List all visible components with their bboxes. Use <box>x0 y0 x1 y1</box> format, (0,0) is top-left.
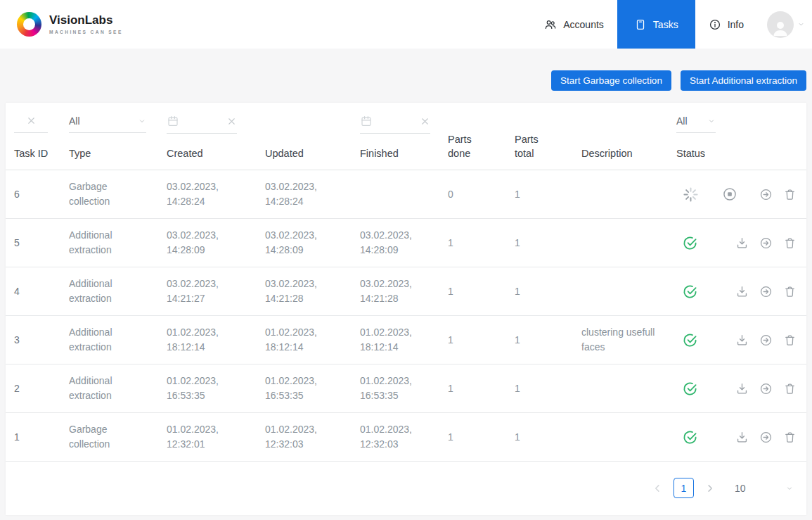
avatar <box>767 11 794 38</box>
open-task-button[interactable] <box>758 332 774 348</box>
task-type-cell: Additional extraction <box>69 277 167 306</box>
created-cell: 01.02.2023, 16:53:35 <box>167 374 265 403</box>
task-type-cell: Garbage collection <box>69 179 167 209</box>
delete-task-button[interactable] <box>782 284 798 300</box>
parts-total-cell: 1 <box>515 333 581 348</box>
parts-total-cell: 1 <box>515 236 581 251</box>
table-header: Task ID All Type <box>6 103 806 170</box>
brand: VisionLabs MACHINES CAN SEE <box>17 12 123 37</box>
task-table-body: 6 Garbage collection 03.02.2023, 14:28:2… <box>6 170 806 462</box>
success-check-icon <box>683 236 697 251</box>
next-page-button[interactable] <box>704 482 716 495</box>
page-size-select[interactable]: 10 <box>735 483 794 494</box>
row-actions <box>727 381 801 397</box>
success-check-icon <box>683 430 697 445</box>
delete-task-button[interactable] <box>782 235 798 251</box>
download-result-button[interactable] <box>734 381 750 397</box>
column-label: Parts done <box>448 133 480 160</box>
column-label: Updated <box>265 147 346 161</box>
column-label: Created <box>167 147 251 161</box>
row-actions <box>727 235 801 251</box>
column-task-id: Task ID <box>14 103 69 170</box>
parts-done-cell: 1 <box>448 430 515 445</box>
task-type-cell: Additional extraction <box>69 374 167 403</box>
delete-task-button[interactable] <box>782 381 798 397</box>
created-cell: 03.02.2023, 14:21:27 <box>167 277 265 306</box>
task-id-cell: 2 <box>14 381 69 396</box>
clear-created-filter-button[interactable] <box>226 116 237 127</box>
chevron-down-icon <box>707 117 716 125</box>
finished-cell: 03.02.2023, 14:28:09 <box>360 228 448 258</box>
status-cell <box>676 381 727 396</box>
task-id-filter[interactable] <box>14 115 48 133</box>
page-size-value: 10 <box>735 483 746 494</box>
chevron-down-icon <box>138 117 146 125</box>
parts-total-cell: 1 <box>515 284 581 299</box>
status-cell <box>676 333 727 348</box>
column-created: Created <box>167 103 265 170</box>
info-icon <box>709 18 721 31</box>
download-result-button[interactable] <box>734 332 750 348</box>
status-cell <box>676 284 727 299</box>
chevron-down-icon <box>785 484 794 493</box>
updated-cell: 01.02.2023, 16:53:35 <box>265 374 360 403</box>
type-filter-select[interactable]: All <box>69 115 146 133</box>
open-task-button[interactable] <box>758 381 774 397</box>
actions-bar: Start Garbage collection Start Additiona… <box>0 49 812 103</box>
updated-cell: 01.02.2023, 18:12:14 <box>265 325 360 355</box>
download-result-button[interactable] <box>734 429 750 445</box>
status-filter-select[interactable]: All <box>676 115 716 133</box>
task-type-cell: Additional extraction <box>69 325 167 355</box>
download-result-button[interactable] <box>734 284 750 300</box>
nav-accounts[interactable]: Accounts <box>531 0 617 49</box>
parts-done-cell: 1 <box>448 236 515 251</box>
nav-info[interactable]: Info <box>695 0 757 49</box>
download-result-button[interactable] <box>734 235 750 251</box>
column-parts-total: Parts total <box>515 103 581 170</box>
parts-total-cell: 1 <box>515 187 581 202</box>
task-id-cell: 6 <box>14 187 69 202</box>
created-cell: 01.02.2023, 18:12:14 <box>167 325 265 355</box>
nav-accounts-label: Accounts <box>563 19 604 30</box>
task-type-cell: Additional extraction <box>69 228 167 258</box>
created-cell: 03.02.2023, 14:28:24 <box>167 179 265 209</box>
previous-page-button[interactable] <box>651 482 664 495</box>
tasks-clipboard-icon <box>634 18 647 31</box>
table-row: 5 Additional extraction 03.02.2023, 14:2… <box>6 219 806 267</box>
parts-done-cell: 1 <box>448 284 515 299</box>
success-check-icon <box>683 333 697 348</box>
calendar-icon <box>167 115 179 127</box>
column-label: Type <box>69 147 153 161</box>
open-task-button[interactable] <box>758 429 774 445</box>
column-type: All Type <box>69 103 167 170</box>
stop-task-button[interactable] <box>721 185 739 203</box>
created-cell: 03.02.2023, 14:28:09 <box>167 228 265 258</box>
created-cell: 01.02.2023, 12:32:01 <box>167 422 265 452</box>
success-check-icon <box>683 284 697 299</box>
start-additional-extraction-button[interactable]: Start Additional extraction <box>681 70 806 91</box>
accounts-people-icon <box>544 18 557 31</box>
user-menu[interactable] <box>767 11 805 38</box>
status-cell <box>676 430 727 445</box>
delete-task-button[interactable] <box>782 186 798 203</box>
nav-tasks[interactable]: Tasks <box>617 0 695 49</box>
column-label: Finished <box>360 147 434 161</box>
current-page-button[interactable]: 1 <box>674 478 694 498</box>
clear-task-id-filter-button[interactable] <box>26 115 37 126</box>
start-garbage-collection-button[interactable]: Start Garbage collection <box>551 70 671 91</box>
delete-task-button[interactable] <box>782 332 798 348</box>
parts-done-cell: 1 <box>448 333 515 348</box>
finished-date-filter[interactable] <box>360 115 430 134</box>
open-task-button[interactable] <box>758 186 774 203</box>
updated-cell: 03.02.2023, 14:21:28 <box>265 277 360 306</box>
column-parts-done: Parts done <box>448 103 515 170</box>
created-date-filter[interactable] <box>167 115 237 134</box>
table-row: 2 Additional extraction 01.02.2023, 16:5… <box>6 364 806 413</box>
in-progress-spinner-icon <box>683 186 699 203</box>
delete-task-button[interactable] <box>782 429 798 445</box>
open-task-button[interactable] <box>758 284 774 300</box>
parts-total-cell: 1 <box>515 430 581 445</box>
task-id-cell: 4 <box>14 284 69 299</box>
open-task-button[interactable] <box>758 235 774 251</box>
clear-finished-filter-button[interactable] <box>420 116 430 127</box>
